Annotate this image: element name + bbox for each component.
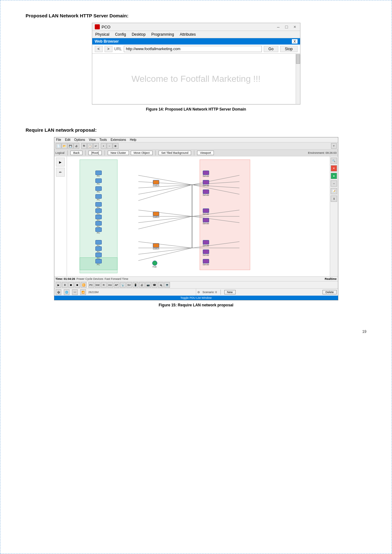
page-number: 19: [26, 329, 366, 334]
stop-btn2[interactable]: ⏹: [68, 282, 74, 288]
dev-btn1[interactable]: PC: [88, 282, 94, 288]
node-pc9: PC: [95, 227, 102, 234]
menu-file[interactable]: File: [56, 138, 61, 142]
move-icon[interactable]: ↔: [331, 180, 337, 187]
svg-line-4: [138, 185, 192, 201]
url-input[interactable]: [124, 46, 262, 52]
separator5: [194, 150, 194, 155]
menu-physical[interactable]: Physical: [95, 32, 110, 37]
help-btn[interactable]: ?: [331, 143, 337, 149]
viewport-btn[interactable]: Viewport: [197, 151, 214, 155]
menu-edit[interactable]: Edit: [65, 138, 70, 142]
welcome-text: Welcome to Footfall Marketing !!!: [131, 74, 261, 84]
pco-webbrowser-bar: Web Browser X: [92, 38, 300, 45]
play-btn[interactable]: ▶: [56, 282, 61, 288]
rec-btn[interactable]: ⏺: [75, 282, 80, 288]
pco-scrollbar[interactable]: [296, 54, 300, 104]
add-icon[interactable]: ●: [331, 173, 337, 179]
toolbar-group1: 📄 📂 💾 🖨: [56, 143, 79, 149]
pause-btn[interactable]: ⏸: [62, 282, 68, 288]
note-icon[interactable]: 📝: [331, 188, 337, 194]
dev-btn11[interactable]: ☎: [152, 282, 157, 288]
go-button[interactable]: Go: [264, 46, 278, 52]
svg-line-9: [138, 210, 192, 216]
toggle-pdu-bar[interactable]: Toggle PDU List Window: [54, 296, 338, 300]
menu-extensions[interactable]: Extensions: [111, 138, 126, 142]
dev-btn9[interactable]: 🖨: [139, 282, 145, 288]
node-server6: Server: [203, 240, 209, 247]
dev-btn12[interactable]: 🔌: [158, 282, 164, 288]
menu-programming[interactable]: Programming: [151, 32, 174, 37]
fast-forward-label: Fast Forward Time: [105, 277, 128, 280]
root-btn[interactable]: [Root]: [88, 151, 102, 155]
wireless-btn[interactable]: 📶: [80, 289, 86, 295]
section2-heading: Require LAN network proposal:: [26, 127, 366, 133]
dev-btn6[interactable]: 📡: [120, 282, 126, 288]
node-pc3: PC: [95, 186, 102, 193]
node-switch2: Switch: [153, 212, 160, 218]
separator4: [155, 150, 156, 155]
ff-btn[interactable]: ⏩: [81, 282, 87, 288]
node-server4: Server: [203, 208, 209, 215]
menu-desktop[interactable]: Desktop: [132, 32, 146, 37]
dev-btn3[interactable]: R: [101, 282, 107, 288]
menu-help[interactable]: Help: [130, 138, 136, 142]
select-tool[interactable]: ▶: [56, 158, 65, 166]
pt-canvas[interactable]: PC PC PC PC: [67, 156, 330, 276]
new-cluster-btn[interactable]: New Cluster: [108, 151, 129, 155]
cable-btn[interactable]: 〰: [72, 289, 78, 295]
new-scenario-btn[interactable]: New: [224, 290, 236, 294]
move-object-btn[interactable]: Move Object: [131, 151, 153, 155]
forward-button[interactable]: >: [105, 46, 112, 52]
back-button[interactable]: <: [95, 46, 103, 52]
menu-config[interactable]: Config: [115, 32, 126, 37]
power-btn[interactable]: ⏻: [56, 289, 61, 295]
minimize-button[interactable]: –: [276, 24, 281, 29]
dev-btn2[interactable]: SW: [95, 282, 100, 288]
new-btn[interactable]: 📄: [56, 143, 61, 149]
dev-btn8[interactable]: 📱: [133, 282, 138, 288]
delete-scenario-btn[interactable]: Delete: [323, 290, 336, 294]
paste-btn[interactable]: 📋: [87, 143, 93, 149]
pco-app-icon: [95, 24, 100, 29]
dev-btn5[interactable]: AP: [114, 282, 119, 288]
close-button[interactable]: ×: [292, 24, 297, 29]
maximize-button[interactable]: □: [284, 24, 289, 29]
pco-content-area: Welcome to Footfall Marketing !!!: [92, 54, 300, 104]
info-icon[interactable]: ℹ: [331, 196, 337, 202]
node-pc8: PC: [95, 221, 102, 228]
dev-btn4[interactable]: HU: [107, 282, 113, 288]
dev-btn13[interactable]: 💻: [164, 282, 170, 288]
pco-win-controls[interactable]: – □ ×: [276, 24, 297, 29]
menu-view[interactable]: View: [89, 138, 96, 142]
section1-heading: Proposed LAN Network HTTP Server Domain:: [26, 13, 366, 18]
node-pc5: PC: [95, 202, 102, 209]
open-btn[interactable]: 📂: [62, 143, 67, 149]
zoom-icon[interactable]: 🔍: [331, 158, 337, 164]
pt-scenario-full-row: ⏻ 🌐 〰 📶 26215M ⊙ Scenario: 0 New Delete: [54, 289, 338, 296]
menu-attributes[interactable]: Attributes: [180, 32, 196, 37]
device-btns: PC SW R HU AP 📡 SV 📱 🖨 📷 ☎ 🔌 💻: [88, 282, 337, 288]
count-label: 26215M: [88, 291, 99, 294]
save-btn[interactable]: 💾: [68, 143, 73, 149]
zoom-out-btn[interactable]: −: [107, 143, 112, 149]
fit-btn[interactable]: ⊞: [113, 143, 118, 149]
undo-btn[interactable]: ↩: [93, 143, 99, 149]
copy-btn[interactable]: ⧉: [81, 143, 87, 149]
delete-icon[interactable]: ✕: [331, 165, 337, 172]
stop-button[interactable]: Stop: [280, 46, 298, 52]
draw-tool[interactable]: ✏: [56, 168, 65, 177]
webbrowser-close-button[interactable]: X: [292, 39, 297, 44]
dev-btn7[interactable]: SV: [126, 282, 132, 288]
back-btn[interactable]: Back: [70, 151, 82, 155]
net-btn[interactable]: 🌐: [64, 289, 69, 295]
menu-tools[interactable]: Tools: [100, 138, 107, 142]
zoom-in-btn[interactable]: +: [101, 143, 106, 149]
menu-options[interactable]: Options: [74, 138, 85, 142]
dev-btn10[interactable]: 📷: [145, 282, 151, 288]
pt-main-area: ▶ ✏: [54, 156, 338, 276]
svg-line-16: [138, 242, 192, 248]
set-tiled-bg-btn[interactable]: Set Tiled Background: [159, 151, 191, 155]
power-cycle-label: Power Cycle Devices: [76, 277, 103, 280]
print-btn[interactable]: 🖨: [74, 143, 79, 149]
